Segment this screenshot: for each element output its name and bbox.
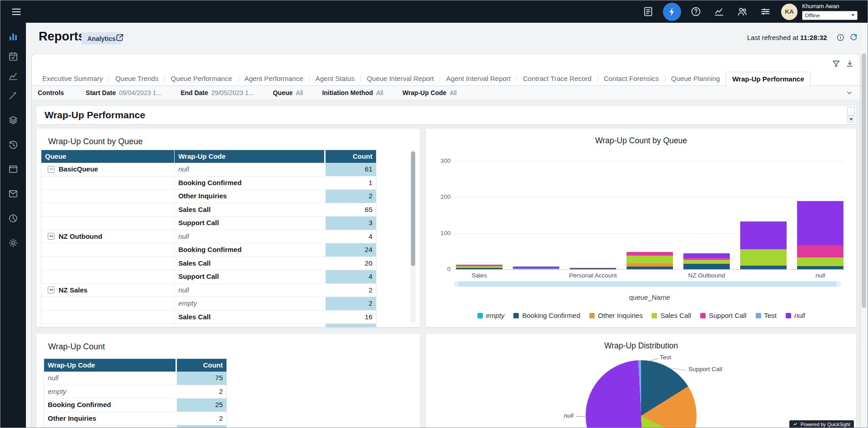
filter-icon[interactable] (832, 59, 841, 68)
wrapup-code-cell: Other Inquiries (175, 190, 324, 203)
count-cell: 106 (176, 425, 226, 428)
settings-sliders-icon[interactable] (760, 6, 771, 17)
filter-wrap-up-code[interactable]: Wrap-Up CodeAll (402, 89, 457, 96)
bar-segment (797, 245, 843, 257)
queue-cell: NZ Outbound (41, 230, 175, 243)
avatar-initials: KA (785, 8, 794, 15)
tab-agent-status[interactable]: Agent Status (310, 72, 361, 86)
count-cell: 2 (176, 412, 226, 425)
layers-icon[interactable] (6, 112, 21, 127)
table-row: Sales Call20 (41, 257, 376, 271)
filter-initiation-method[interactable]: Initiation MethodAll (322, 89, 383, 96)
wrapup-code-cell: Booking Confirmed (175, 243, 324, 257)
filter-label: Initiation Method (322, 89, 373, 96)
stacked-bar (797, 201, 843, 269)
gear-icon[interactable] (6, 235, 21, 250)
scroll-down-button[interactable] (847, 116, 855, 123)
user-block: Khurram Awan Offline (802, 4, 858, 20)
wrapup-code-cell: Sales Call (175, 257, 324, 270)
users-icon[interactable] (737, 6, 748, 17)
history-icon[interactable] (6, 137, 21, 152)
export-icon[interactable] (845, 59, 854, 68)
count-cell: 4 (324, 270, 376, 283)
y-tick-label: 200 (432, 193, 451, 200)
sheet-title: Wrap-Up Performance (45, 106, 145, 124)
sheet-scrollbar[interactable] (847, 107, 855, 123)
wand-icon[interactable] (6, 88, 21, 103)
count-cell: 25 (176, 398, 226, 412)
help-icon[interactable] (690, 6, 702, 17)
legend-item-other-inquiries[interactable]: Other Inquiries (589, 312, 642, 319)
tab-contract-trace-record[interactable]: Contract Trace Record (517, 72, 597, 86)
legend-label: Support Call (709, 312, 747, 319)
hamburger-menu-icon[interactable] (10, 6, 22, 18)
legend-item-null[interactable]: null (786, 312, 805, 319)
legend-item-test[interactable]: Test (756, 312, 777, 319)
tab-executive-summary[interactable]: Executive Summary (36, 72, 109, 86)
tab-wrap-up-performance[interactable]: Wrap-Up Performance (726, 72, 810, 86)
legend-item-sales-call[interactable]: Sales Call (652, 312, 691, 319)
external-link-icon[interactable] (115, 33, 125, 42)
metrics-icon[interactable] (713, 6, 725, 17)
bar-segment (740, 249, 787, 266)
badge-text: Powered by QuickSight (801, 422, 850, 427)
refresh-icon[interactable] (849, 32, 858, 42)
wrapup-code-cell: Sales Call (175, 311, 324, 324)
scrollbar-thumb[interactable] (411, 151, 415, 266)
count-cell: 61 (324, 163, 376, 176)
filter-queue[interactable]: QueueAll (273, 89, 303, 96)
scrollbar-thumb[interactable] (847, 107, 855, 116)
queue-cell (41, 176, 175, 190)
collapse-group-icon[interactable] (48, 166, 55, 173)
tab-queue-performance[interactable]: Queue Performance (165, 72, 238, 86)
wrapup-code-cell: Support Call (175, 217, 324, 230)
bar-segment (797, 257, 843, 266)
analytics-lightning-icon[interactable] (663, 3, 681, 21)
tab-agent-performance[interactable]: Agent Performance (239, 72, 309, 86)
chart-horizontal-scrollbar[interactable] (454, 281, 841, 287)
filter-start-date[interactable]: Start Date09/04/2023 1... (86, 89, 162, 96)
calendar-icon[interactable] (6, 49, 21, 64)
topbar-actions (642, 3, 771, 21)
queue-cell (41, 217, 175, 230)
table-scrollbar[interactable] (410, 150, 416, 322)
scrollbar-thumb[interactable] (458, 282, 837, 287)
line-chart-icon[interactable] (6, 68, 21, 83)
wrapup-code-cell: null (175, 284, 324, 297)
top-navigation-bar: KA Khurram Awan Offline (0, 0, 868, 23)
pie-slice-label: Test (660, 354, 671, 361)
collapse-group-icon[interactable] (48, 233, 55, 240)
legend-item-support-call[interactable]: Support Call (700, 312, 747, 319)
mail-icon[interactable] (6, 186, 21, 201)
app-window-icon[interactable] (6, 161, 21, 176)
scrollbar-thumb[interactable] (862, 53, 866, 308)
legend-item-empty[interactable]: empty (477, 312, 505, 319)
count-cell: 24 (324, 243, 376, 257)
status-dropdown[interactable]: Offline (802, 11, 858, 20)
info-icon[interactable] (836, 33, 845, 42)
tab-queue-trends[interactable]: Queue Trends (109, 72, 164, 86)
legend-item-booking-confirmed[interactable]: Booking Confirmed (513, 312, 580, 319)
stacked-bar (627, 252, 673, 269)
tab-agent-interval-report[interactable]: Agent Interval Report (440, 72, 517, 86)
page-scrollbar[interactable] (860, 23, 867, 427)
table-header-row: Wrap-Up CodeCount (44, 359, 226, 372)
filter-end-date[interactable]: End Date29/05/2023 1... (181, 89, 254, 96)
tab-contact-forensics[interactable]: Contact Forensics (598, 72, 665, 86)
tab-queue-interval-report[interactable]: Queue Interval Report (361, 72, 440, 86)
chevron-down-icon[interactable] (845, 89, 853, 97)
donut-chart-icon[interactable] (6, 211, 21, 226)
notes-icon[interactable] (642, 6, 654, 17)
avatar[interactable]: KA (781, 4, 798, 20)
collapse-group-icon[interactable] (48, 287, 55, 293)
filter-value: All (376, 89, 383, 96)
bar-chart-icon[interactable] (6, 29, 21, 44)
x-category-label: null (784, 272, 856, 279)
y-tick-label: 100 (432, 230, 451, 237)
card-wrapup-count-by-queue-table: Wrap-Up Count by Queue QueueWrap-Up Code… (36, 129, 420, 327)
count-table: Wrap-Up CodeCountnull75empty2Booking Con… (44, 358, 227, 428)
stacked-bar (740, 222, 787, 269)
tab-queue-planning[interactable]: Queue Planning (665, 72, 726, 86)
table-row: Sales Call106 (44, 425, 226, 428)
filter-value: All (450, 89, 457, 96)
